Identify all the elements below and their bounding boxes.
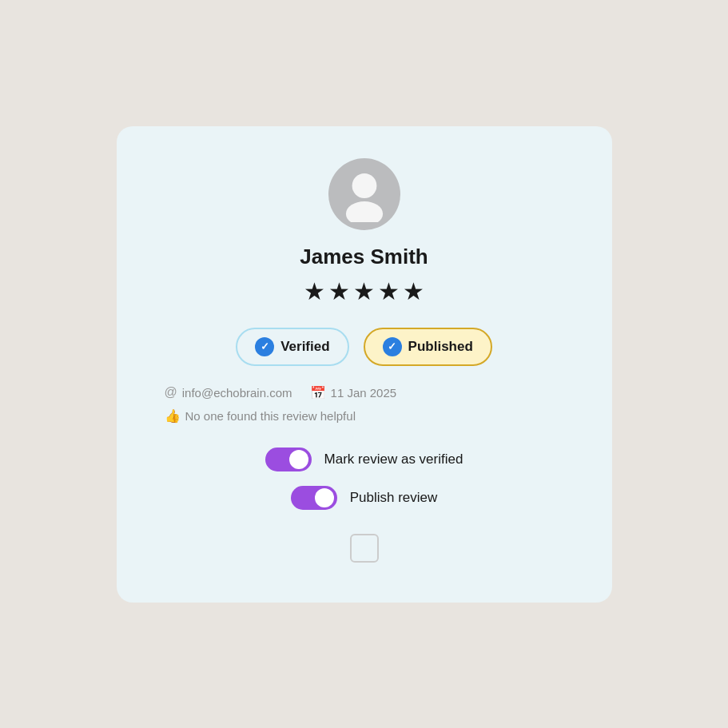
star-5: ★ (403, 277, 424, 305)
verified-check-icon: ✓ (255, 337, 274, 356)
toggle-verified-switch[interactable] (265, 448, 312, 471)
toggles-section: Mark review as verified Publish review (157, 448, 572, 510)
published-label: Published (408, 339, 473, 355)
toggle-publish-knob (315, 488, 334, 507)
verified-badge[interactable]: ✓ Verified (236, 328, 348, 366)
toggle-publish-row: Publish review (291, 486, 438, 510)
email-icon: @ (165, 385, 177, 400)
star-3: ★ (353, 277, 375, 305)
verified-label: Verified (280, 339, 329, 355)
published-badge[interactable]: ✓ Published (364, 328, 492, 366)
toggle-verified-label: Mark review as verified (324, 452, 463, 467)
avatar-icon (336, 166, 392, 222)
star-4: ★ (378, 277, 400, 305)
star-2: ★ (328, 277, 350, 305)
svg-point-1 (345, 201, 382, 222)
email-date-row: @ info@echobrain.com 📅 11 Jan 2025 (165, 385, 572, 400)
date-value: 11 Jan 2025 (331, 386, 397, 400)
toggle-publish-switch[interactable] (291, 486, 337, 510)
toggle-publish-label: Publish review (350, 490, 438, 506)
thumbsup-icon: 👍 (165, 408, 181, 424)
published-check-icon: ✓ (383, 337, 402, 356)
avatar (328, 158, 400, 230)
star-1: ★ (304, 277, 325, 305)
user-name: James Smith (300, 245, 428, 269)
toggle-verified-row: Mark review as verified (265, 448, 463, 471)
email-value: info@echobrain.com (182, 386, 292, 400)
toggle-verified-knob (289, 450, 308, 469)
badges-row: ✓ Verified ✓ Published (236, 328, 492, 366)
svg-point-0 (352, 173, 376, 198)
review-card: James Smith ★ ★ ★ ★ ★ ✓ Verified ✓ Publi… (117, 126, 612, 603)
calendar-icon: 📅 (310, 385, 326, 400)
checkbox[interactable] (350, 534, 379, 563)
stars-row: ★ ★ ★ ★ ★ (304, 277, 424, 305)
helpful-text: No one found this review helpful (185, 409, 356, 423)
helpful-row: 👍 No one found this review helpful (165, 408, 572, 424)
info-section: @ info@echobrain.com 📅 11 Jan 2025 👍 No … (157, 385, 572, 424)
